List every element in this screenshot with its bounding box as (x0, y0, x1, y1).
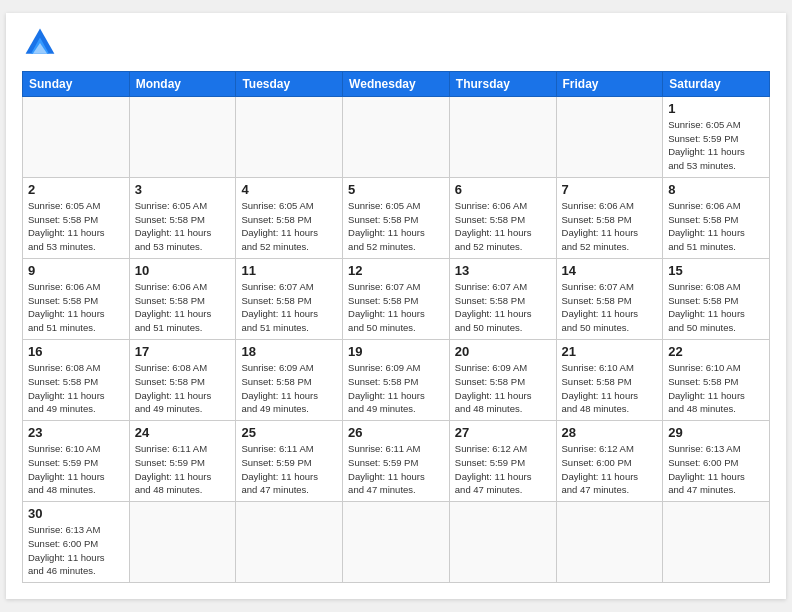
day-info: Sunrise: 6:11 AM Sunset: 5:59 PM Dayligh… (348, 442, 444, 497)
weekday-header-cell: Tuesday (236, 71, 343, 96)
day-number: 12 (348, 263, 444, 278)
day-number: 20 (455, 344, 551, 359)
day-info: Sunrise: 6:10 AM Sunset: 5:59 PM Dayligh… (28, 442, 124, 497)
calendar-cell: 3Sunrise: 6:05 AM Sunset: 5:58 PM Daylig… (129, 177, 236, 258)
calendar-cell: 15Sunrise: 6:08 AM Sunset: 5:58 PM Dayli… (663, 258, 770, 339)
calendar-cell (236, 502, 343, 583)
day-info: Sunrise: 6:10 AM Sunset: 5:58 PM Dayligh… (668, 361, 764, 416)
day-number: 30 (28, 506, 124, 521)
day-number: 7 (562, 182, 658, 197)
day-number: 4 (241, 182, 337, 197)
calendar-cell: 8Sunrise: 6:06 AM Sunset: 5:58 PM Daylig… (663, 177, 770, 258)
day-number: 6 (455, 182, 551, 197)
day-number: 22 (668, 344, 764, 359)
day-number: 2 (28, 182, 124, 197)
day-info: Sunrise: 6:13 AM Sunset: 6:00 PM Dayligh… (668, 442, 764, 497)
calendar-cell (236, 96, 343, 177)
day-number: 10 (135, 263, 231, 278)
day-info: Sunrise: 6:06 AM Sunset: 5:58 PM Dayligh… (455, 199, 551, 254)
weekday-header-cell: Wednesday (343, 71, 450, 96)
day-number: 11 (241, 263, 337, 278)
day-number: 16 (28, 344, 124, 359)
calendar-row: 30Sunrise: 6:13 AM Sunset: 6:00 PM Dayli… (23, 502, 770, 583)
calendar-cell: 19Sunrise: 6:09 AM Sunset: 5:58 PM Dayli… (343, 340, 450, 421)
calendar-cell (663, 502, 770, 583)
calendar-cell: 5Sunrise: 6:05 AM Sunset: 5:58 PM Daylig… (343, 177, 450, 258)
weekday-header-cell: Monday (129, 71, 236, 96)
calendar-cell: 1Sunrise: 6:05 AM Sunset: 5:59 PM Daylig… (663, 96, 770, 177)
day-info: Sunrise: 6:08 AM Sunset: 5:58 PM Dayligh… (668, 280, 764, 335)
calendar-cell (449, 502, 556, 583)
day-number: 8 (668, 182, 764, 197)
calendar-row: 2Sunrise: 6:05 AM Sunset: 5:58 PM Daylig… (23, 177, 770, 258)
calendar-header (22, 25, 770, 61)
calendar-cell: 9Sunrise: 6:06 AM Sunset: 5:58 PM Daylig… (23, 258, 130, 339)
calendar-cell: 21Sunrise: 6:10 AM Sunset: 5:58 PM Dayli… (556, 340, 663, 421)
day-number: 9 (28, 263, 124, 278)
weekday-header-cell: Thursday (449, 71, 556, 96)
day-number: 29 (668, 425, 764, 440)
day-info: Sunrise: 6:08 AM Sunset: 5:58 PM Dayligh… (28, 361, 124, 416)
calendar-cell (129, 96, 236, 177)
calendar-cell: 12Sunrise: 6:07 AM Sunset: 5:58 PM Dayli… (343, 258, 450, 339)
day-info: Sunrise: 6:12 AM Sunset: 6:00 PM Dayligh… (562, 442, 658, 497)
calendar-row: 16Sunrise: 6:08 AM Sunset: 5:58 PM Dayli… (23, 340, 770, 421)
day-number: 25 (241, 425, 337, 440)
day-info: Sunrise: 6:06 AM Sunset: 5:58 PM Dayligh… (135, 280, 231, 335)
calendar-cell: 6Sunrise: 6:06 AM Sunset: 5:58 PM Daylig… (449, 177, 556, 258)
day-info: Sunrise: 6:07 AM Sunset: 5:58 PM Dayligh… (241, 280, 337, 335)
calendar-cell (343, 502, 450, 583)
day-number: 3 (135, 182, 231, 197)
day-number: 15 (668, 263, 764, 278)
day-number: 21 (562, 344, 658, 359)
weekday-header-row: SundayMondayTuesdayWednesdayThursdayFrid… (23, 71, 770, 96)
calendar-cell: 18Sunrise: 6:09 AM Sunset: 5:58 PM Dayli… (236, 340, 343, 421)
weekday-header-cell: Saturday (663, 71, 770, 96)
day-info: Sunrise: 6:06 AM Sunset: 5:58 PM Dayligh… (28, 280, 124, 335)
calendar-cell: 28Sunrise: 6:12 AM Sunset: 6:00 PM Dayli… (556, 421, 663, 502)
day-info: Sunrise: 6:11 AM Sunset: 5:59 PM Dayligh… (241, 442, 337, 497)
calendar-cell: 29Sunrise: 6:13 AM Sunset: 6:00 PM Dayli… (663, 421, 770, 502)
calendar-row: 23Sunrise: 6:10 AM Sunset: 5:59 PM Dayli… (23, 421, 770, 502)
calendar-table: SundayMondayTuesdayWednesdayThursdayFrid… (22, 71, 770, 583)
calendar-cell: 20Sunrise: 6:09 AM Sunset: 5:58 PM Dayli… (449, 340, 556, 421)
calendar-cell: 14Sunrise: 6:07 AM Sunset: 5:58 PM Dayli… (556, 258, 663, 339)
day-info: Sunrise: 6:06 AM Sunset: 5:58 PM Dayligh… (562, 199, 658, 254)
day-number: 26 (348, 425, 444, 440)
day-info: Sunrise: 6:05 AM Sunset: 5:59 PM Dayligh… (668, 118, 764, 173)
calendar-row: 9Sunrise: 6:06 AM Sunset: 5:58 PM Daylig… (23, 258, 770, 339)
day-info: Sunrise: 6:07 AM Sunset: 5:58 PM Dayligh… (348, 280, 444, 335)
calendar-cell: 25Sunrise: 6:11 AM Sunset: 5:59 PM Dayli… (236, 421, 343, 502)
day-info: Sunrise: 6:06 AM Sunset: 5:58 PM Dayligh… (668, 199, 764, 254)
day-number: 27 (455, 425, 551, 440)
day-info: Sunrise: 6:09 AM Sunset: 5:58 PM Dayligh… (348, 361, 444, 416)
day-number: 14 (562, 263, 658, 278)
day-number: 28 (562, 425, 658, 440)
weekday-header-cell: Friday (556, 71, 663, 96)
calendar-cell: 4Sunrise: 6:05 AM Sunset: 5:58 PM Daylig… (236, 177, 343, 258)
day-number: 23 (28, 425, 124, 440)
day-number: 24 (135, 425, 231, 440)
calendar-cell: 16Sunrise: 6:08 AM Sunset: 5:58 PM Dayli… (23, 340, 130, 421)
day-number: 19 (348, 344, 444, 359)
weekday-header-cell: Sunday (23, 71, 130, 96)
day-number: 17 (135, 344, 231, 359)
calendar-cell (556, 502, 663, 583)
calendar-cell (23, 96, 130, 177)
day-info: Sunrise: 6:07 AM Sunset: 5:58 PM Dayligh… (455, 280, 551, 335)
day-info: Sunrise: 6:05 AM Sunset: 5:58 PM Dayligh… (28, 199, 124, 254)
calendar-cell: 27Sunrise: 6:12 AM Sunset: 5:59 PM Dayli… (449, 421, 556, 502)
calendar-cell: 7Sunrise: 6:06 AM Sunset: 5:58 PM Daylig… (556, 177, 663, 258)
calendar-cell (556, 96, 663, 177)
calendar-cell: 30Sunrise: 6:13 AM Sunset: 6:00 PM Dayli… (23, 502, 130, 583)
day-info: Sunrise: 6:09 AM Sunset: 5:58 PM Dayligh… (455, 361, 551, 416)
day-info: Sunrise: 6:08 AM Sunset: 5:58 PM Dayligh… (135, 361, 231, 416)
day-info: Sunrise: 6:05 AM Sunset: 5:58 PM Dayligh… (241, 199, 337, 254)
day-info: Sunrise: 6:11 AM Sunset: 5:59 PM Dayligh… (135, 442, 231, 497)
calendar-cell: 24Sunrise: 6:11 AM Sunset: 5:59 PM Dayli… (129, 421, 236, 502)
calendar-cell: 11Sunrise: 6:07 AM Sunset: 5:58 PM Dayli… (236, 258, 343, 339)
calendar-cell: 2Sunrise: 6:05 AM Sunset: 5:58 PM Daylig… (23, 177, 130, 258)
day-info: Sunrise: 6:05 AM Sunset: 5:58 PM Dayligh… (348, 199, 444, 254)
calendar-cell (129, 502, 236, 583)
calendar-cell: 22Sunrise: 6:10 AM Sunset: 5:58 PM Dayli… (663, 340, 770, 421)
